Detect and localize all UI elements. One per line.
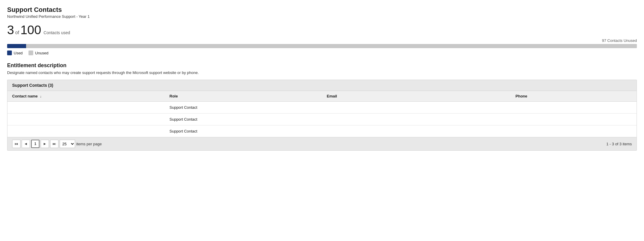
table-section-header: Support Contacts (3): [7, 80, 637, 91]
table-row: Support Contact: [7, 125, 637, 137]
contacts-count: 3 of 100 Contacts used: [7, 23, 637, 37]
col-header-role: Role: [165, 91, 322, 102]
table-row: Support Contact: [7, 114, 637, 125]
count-used: 3: [7, 23, 14, 37]
cell-role-2: Support Contact: [165, 125, 322, 137]
first-page-button[interactable]: ⏮: [12, 140, 20, 148]
cell-email-2: [322, 125, 511, 137]
used-swatch: [7, 51, 12, 55]
contacts-used-label: Contacts used: [44, 30, 70, 35]
page-size-select[interactable]: 25 50 100: [60, 140, 75, 148]
items-per-page-label: items per page: [76, 142, 102, 146]
progress-bar-container: [7, 44, 637, 48]
used-legend-label: Used: [14, 51, 23, 55]
prev-page-button[interactable]: ◄: [22, 140, 30, 148]
col-header-email: Email: [322, 91, 511, 102]
page-title: Support Contacts: [7, 6, 637, 14]
subtitle: Northwind Unified Performance Support - …: [7, 14, 637, 19]
sort-arrow-icon: ↓: [40, 94, 42, 98]
legend-unused: Unused: [28, 51, 48, 55]
legend: Used Unused: [7, 51, 637, 55]
col-header-phone: Phone: [511, 91, 637, 102]
unused-swatch: [28, 51, 33, 55]
count-total: 100: [20, 23, 41, 37]
cell-phone-2: [511, 125, 637, 137]
cell-name-1: [7, 114, 165, 125]
table-row: Support Contact: [7, 102, 637, 114]
cell-role-1: Support Contact: [165, 114, 322, 125]
last-page-button[interactable]: ⏭: [50, 140, 58, 148]
support-contacts-table: Support Contacts (3) Contact name ↓ Role…: [7, 80, 637, 151]
entitlement-description: Designate named contacts who may create …: [7, 70, 637, 75]
cell-phone-0: [511, 102, 637, 114]
cell-name-0: [7, 102, 165, 114]
legend-used: Used: [7, 51, 23, 55]
cell-role-0: Support Contact: [165, 102, 322, 114]
cell-phone-1: [511, 114, 637, 125]
progress-bar-fill: [7, 44, 26, 48]
table-header-row: Contact name ↓ Role Email Phone: [7, 91, 637, 102]
cell-name-2: [7, 125, 165, 137]
col-header-name[interactable]: Contact name ↓: [7, 91, 165, 102]
count-of-text: of: [15, 30, 19, 35]
items-count: 1 - 3 of 3 items: [606, 142, 632, 146]
unused-legend-label: Unused: [35, 51, 48, 55]
page-1-button[interactable]: 1: [31, 140, 39, 148]
unused-contacts-label: 97 Contacts Unused: [7, 38, 637, 43]
cell-email-1: [322, 114, 511, 125]
entitlement-title: Entitlement description: [7, 62, 637, 69]
pagination: ⏮ ◄ 1 ► ⏭ 25 50 100 items per page 1 - 3…: [7, 137, 637, 150]
cell-email-0: [322, 102, 511, 114]
next-page-button[interactable]: ►: [41, 140, 49, 148]
